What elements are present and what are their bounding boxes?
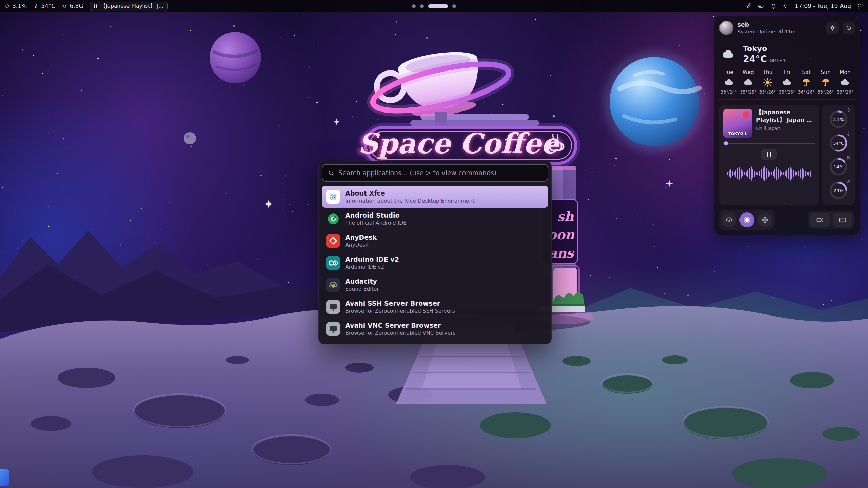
app-description: Browse for Zeroconf-enabled VNC Servers bbox=[345, 330, 455, 337]
shop-sign-text: Space Coffee bbox=[358, 127, 560, 160]
network-button[interactable] bbox=[757, 212, 772, 227]
shop-sign: Space Coffee Space Coffee bbox=[356, 127, 576, 163]
weather-forecast: Tue 33°/24° Wed 35°/25° Thu 33°/26° Fri … bbox=[719, 69, 855, 100]
app-title: AnyDesk bbox=[345, 233, 377, 242]
app-icon-audacity bbox=[326, 278, 340, 292]
album-art-sun bbox=[743, 111, 749, 118]
screencast-button[interactable] bbox=[810, 213, 830, 227]
audio-waveform bbox=[723, 163, 815, 184]
purple-planet bbox=[210, 32, 261, 83]
camera-icon bbox=[816, 216, 824, 224]
keyboard-icon bbox=[839, 216, 846, 224]
gear-icon bbox=[829, 25, 836, 31]
app-title: Arduino IDE v2 bbox=[345, 255, 399, 264]
disk-icon bbox=[846, 179, 851, 184]
app-icon-xfce bbox=[326, 190, 340, 204]
app-title: Avahi SSH Server Browser bbox=[345, 299, 455, 308]
clock[interactable]: 17:09 - Tue, 19 Aug bbox=[795, 3, 851, 9]
quick-actions-right bbox=[808, 211, 855, 229]
app-title: About Xfce bbox=[345, 189, 475, 198]
app-item-avahi-vnc[interactable]: Avahi VNC Server Browser Browse for Zero… bbox=[322, 318, 548, 340]
cloud-icon bbox=[724, 77, 734, 87]
app-icon-android-studio bbox=[326, 212, 340, 226]
album-art-text: TOKYO L bbox=[723, 131, 752, 136]
workspace-dot-4[interactable] bbox=[452, 4, 456, 8]
app-title: Audacity bbox=[345, 277, 379, 286]
temperature-gauge: 54°C bbox=[828, 133, 849, 154]
pause-button[interactable] bbox=[761, 149, 777, 160]
memory-chip-icon bbox=[846, 155, 851, 160]
app-description: AnyDesk bbox=[345, 242, 377, 248]
weather-temperature: 24°C(GMT+9) bbox=[743, 54, 787, 64]
memory-indicator[interactable]: 6.8G bbox=[62, 3, 83, 9]
weather-city: Tokyo bbox=[743, 44, 787, 53]
cpu-gauge-icon bbox=[846, 108, 851, 113]
cpu-value: 3.1% bbox=[12, 3, 27, 9]
thermometer-icon bbox=[34, 4, 39, 9]
cloud-icon bbox=[743, 77, 753, 87]
shop-window-text-1: sh bbox=[557, 209, 574, 224]
cloud-icon bbox=[782, 77, 792, 87]
app-list: About Xfce Information about the Xfce De… bbox=[322, 186, 548, 340]
seek-slider[interactable] bbox=[723, 141, 815, 145]
app-icon-avahi-ssh bbox=[326, 300, 340, 314]
app-item-audacity[interactable]: Audacity Sound Editor bbox=[322, 274, 548, 296]
sun-icon bbox=[763, 77, 773, 87]
app-item-avahi-ssh[interactable]: Avahi SSH Server Browser Browse for Zero… bbox=[322, 296, 548, 318]
thermometer-icon bbox=[846, 131, 851, 136]
workspace-dot-2[interactable] bbox=[420, 4, 424, 8]
track-title: 【Japanese Playlist】 Japan All Night - To… bbox=[756, 109, 815, 124]
app-item-about-xfce[interactable]: About Xfce Information about the Xfce De… bbox=[322, 186, 548, 208]
memory-value: 6.8G bbox=[70, 3, 83, 9]
track-artist: Chill Japan. bbox=[756, 126, 815, 131]
settings-button[interactable] bbox=[826, 22, 839, 34]
forecast-day: Wed 35°/25° bbox=[738, 69, 758, 95]
bell-icon[interactable] bbox=[770, 3, 777, 9]
album-art[interactable]: TOKYO L bbox=[723, 109, 752, 138]
memory-chip-icon bbox=[62, 4, 67, 9]
app-description: The official Android IDE bbox=[345, 220, 407, 226]
disk-gauge: 24% bbox=[828, 180, 849, 201]
app-item-arduino-ide[interactable]: Arduino IDE v2 Arduino IDE v2 bbox=[322, 252, 548, 274]
workspace-active-pill[interactable] bbox=[428, 4, 448, 8]
apps-button[interactable] bbox=[739, 212, 754, 227]
shop-window-text-3: ans bbox=[549, 245, 574, 261]
media-chip[interactable]: 【Japanese Playlist】 J... bbox=[90, 2, 168, 11]
weather-timezone: (GMT+9) bbox=[768, 58, 787, 63]
app-description: Arduino IDE v2 bbox=[345, 264, 399, 270]
app-icon-avahi-vnc bbox=[326, 322, 340, 336]
wrench-icon[interactable] bbox=[746, 3, 752, 9]
quick-actions bbox=[719, 210, 855, 230]
side-widget-panel: seb System Uptime: 4h11m Tokyo 24°C(GMT+… bbox=[714, 16, 860, 235]
umbrella-icon bbox=[801, 77, 811, 87]
app-item-android-studio[interactable]: Android Studio The official Android IDE bbox=[322, 208, 548, 230]
app-title: Avahi VNC Server Browser bbox=[345, 321, 455, 330]
seek-handle[interactable] bbox=[724, 141, 728, 145]
battery-icon[interactable] bbox=[758, 3, 765, 9]
speedometer-icon bbox=[725, 216, 733, 224]
app-item-anydesk[interactable]: AnyDesk AnyDesk bbox=[322, 230, 548, 252]
volume-icon[interactable] bbox=[783, 3, 789, 9]
top-panel: 3.1% 54°C 6.8G 【Japanese Playlist】 J... … bbox=[0, 0, 868, 12]
avatar[interactable] bbox=[719, 21, 733, 35]
search-bar bbox=[322, 164, 548, 182]
dashboard-button[interactable] bbox=[722, 212, 736, 227]
earth-planet bbox=[604, 51, 705, 152]
app-description: Sound Editor bbox=[345, 286, 379, 292]
cpu-gauge-icon bbox=[5, 4, 10, 9]
media-player-card: TOKYO L 【Japanese Playlist】 Japan All Ni… bbox=[719, 105, 819, 205]
cpu-gauge: 3.1% bbox=[828, 109, 849, 130]
pause-icon bbox=[94, 4, 97, 8]
umbrella-icon bbox=[821, 77, 831, 87]
app-grid-icon[interactable] bbox=[857, 3, 863, 9]
cpu-indicator[interactable]: 3.1% bbox=[5, 3, 27, 9]
keyboard-button[interactable] bbox=[833, 213, 852, 227]
search-input[interactable] bbox=[338, 169, 542, 177]
workspace-dot-1[interactable] bbox=[412, 4, 416, 8]
forecast-day: Thu 33°/26° bbox=[758, 69, 777, 95]
power-button[interactable] bbox=[843, 22, 855, 34]
temperature-indicator[interactable]: 54°C bbox=[34, 3, 55, 9]
forecast-day: Fri 35°/26° bbox=[777, 69, 796, 95]
grid-icon bbox=[743, 216, 751, 224]
system-uptime: System Uptime: 4h11m bbox=[737, 29, 796, 34]
